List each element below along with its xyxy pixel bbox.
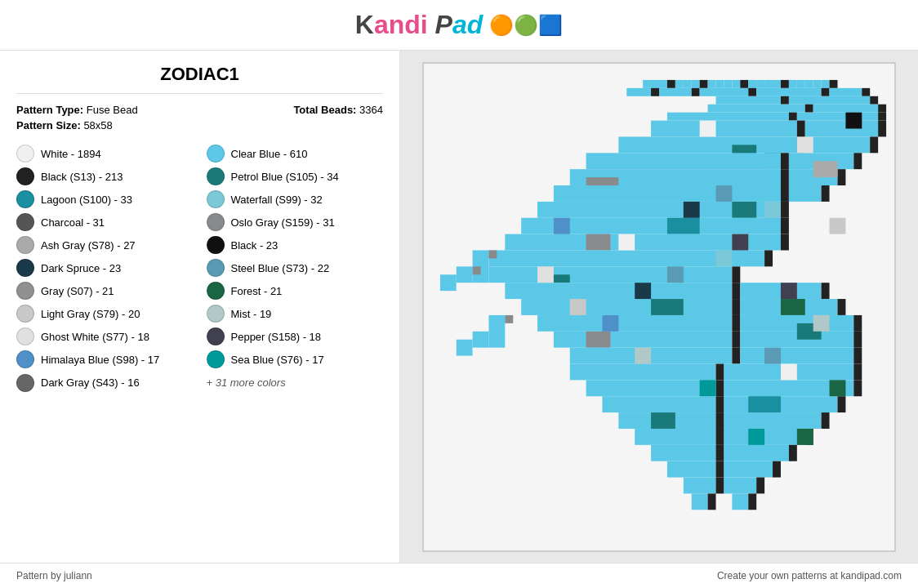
svg-rect-116: [756, 87, 821, 96]
svg-rect-194: [853, 347, 862, 363]
svg-rect-165: [586, 234, 611, 250]
color-swatch: [16, 167, 34, 185]
color-item: Ghost White (S77) - 18: [16, 327, 194, 345]
svg-rect-134: [805, 120, 878, 136]
svg-rect-231: [732, 493, 748, 510]
svg-rect-242: [700, 120, 716, 136]
svg-rect-105: [797, 79, 805, 87]
svg-rect-90: [675, 79, 684, 87]
svg-rect-222: [716, 461, 724, 477]
svg-rect-184: [853, 314, 862, 331]
colors-grid: White - 1894Clear Blue - 610Black (S13) …: [16, 145, 383, 392]
svg-rect-239: [488, 250, 497, 258]
svg-rect-125: [805, 104, 813, 112]
svg-rect-97: [732, 79, 740, 87]
svg-rect-196: [716, 363, 724, 380]
svg-rect-161: [781, 217, 789, 234]
size-label: Pattern Size:: [16, 119, 81, 131]
svg-rect-193: [740, 347, 853, 363]
color-swatch: [16, 145, 34, 163]
svg-rect-152: [813, 161, 838, 177]
svg-rect-112: [659, 87, 692, 96]
svg-rect-121: [781, 96, 789, 104]
svg-rect-202: [853, 380, 862, 396]
svg-rect-232: [748, 493, 756, 510]
pattern-type: Pattern Type: Fuse Bead: [16, 104, 138, 116]
svg-rect-130: [797, 112, 878, 120]
svg-rect-126: [813, 104, 878, 112]
svg-rect-158: [781, 201, 789, 217]
svg-rect-102: [773, 79, 781, 87]
svg-rect-217: [651, 444, 715, 461]
svg-rect-101: [764, 79, 773, 87]
svg-rect-120: [716, 96, 781, 104]
svg-rect-95: [716, 79, 724, 87]
color-label: Ghost White (S77) - 18: [41, 331, 149, 343]
color-item: Gray (S07) - 21: [16, 282, 194, 300]
color-swatch: [16, 190, 34, 208]
svg-rect-256: [797, 136, 813, 153]
color-swatch: [207, 305, 225, 323]
color-label: Ash Gray (S78) - 27: [41, 239, 136, 252]
color-item: Mist - 19: [207, 305, 384, 323]
header: Kandi Pad 🟠🟢🟦: [0, 0, 918, 51]
svg-rect-87: [651, 79, 659, 87]
svg-rect-264: [830, 380, 846, 396]
footer: Pattern by juliann Create your own patte…: [0, 563, 918, 588]
svg-rect-263: [830, 217, 846, 234]
meta-left: Pattern Type: Fuse Bead Pattern Size: 58…: [16, 104, 138, 131]
svg-rect-107: [813, 79, 822, 87]
svg-rect-154: [781, 185, 789, 202]
color-label: Dark Gray (S43) - 16: [41, 376, 140, 389]
svg-rect-251: [781, 283, 797, 299]
svg-rect-236: [488, 314, 505, 347]
svg-rect-198: [853, 363, 862, 380]
color-item: White - 1894: [16, 145, 194, 163]
svg-rect-119: [862, 87, 870, 96]
svg-rect-182: [732, 314, 740, 331]
svg-rect-114: [700, 87, 749, 96]
pattern-title: ZODIAC1: [16, 64, 383, 94]
svg-rect-259: [716, 250, 733, 266]
svg-rect-210: [822, 412, 830, 429]
svg-rect-104: [789, 79, 797, 87]
color-swatch: [16, 213, 34, 231]
left-panel: ZODIAC1 Pattern Type: Fuse Bead Pattern …: [0, 51, 400, 563]
color-item: Clear Blue - 610: [207, 145, 384, 163]
svg-rect-181: [537, 314, 732, 331]
meta-right: Total Beads: 3364: [293, 104, 383, 131]
logo-pad-k: P: [435, 10, 452, 39]
svg-rect-228: [756, 477, 764, 493]
color-item: Black - 23: [207, 236, 384, 254]
svg-rect-252: [748, 428, 764, 444]
svg-rect-167: [764, 250, 773, 266]
logo-icons: 🟠🟢🟦: [489, 14, 563, 37]
svg-rect-224: [773, 461, 781, 477]
dragon-pixel-art: [424, 64, 894, 550]
main-content: ZODIAC1 Pattern Type: Fuse Bead Pattern …: [0, 51, 918, 563]
color-swatch: [207, 213, 225, 231]
svg-rect-137: [618, 136, 796, 153]
svg-rect-96: [724, 79, 732, 87]
svg-rect-106: [805, 79, 813, 87]
svg-rect-109: [830, 79, 838, 87]
svg-rect-243: [618, 234, 635, 250]
color-item: Lagoon (S100) - 33: [16, 190, 194, 208]
svg-rect-115: [748, 87, 756, 96]
color-label: Lagoon (S100) - 33: [41, 194, 132, 206]
svg-rect-237: [473, 331, 489, 347]
svg-rect-221: [667, 461, 716, 477]
pattern-meta: Pattern Type: Fuse Bead Pattern Size: 58…: [16, 104, 383, 131]
color-swatch: [207, 259, 225, 277]
svg-rect-246: [667, 266, 684, 283]
svg-rect-175: [521, 299, 732, 315]
svg-rect-98: [740, 79, 748, 87]
type-label: Pattern Type:: [16, 104, 83, 116]
svg-rect-89: [667, 79, 675, 87]
svg-rect-262: [570, 299, 586, 315]
svg-rect-227: [724, 477, 756, 493]
svg-rect-153: [554, 185, 781, 202]
svg-rect-118: [830, 87, 862, 96]
color-item: Ash Gray (S78) - 27: [16, 236, 194, 254]
svg-rect-146: [853, 153, 862, 169]
